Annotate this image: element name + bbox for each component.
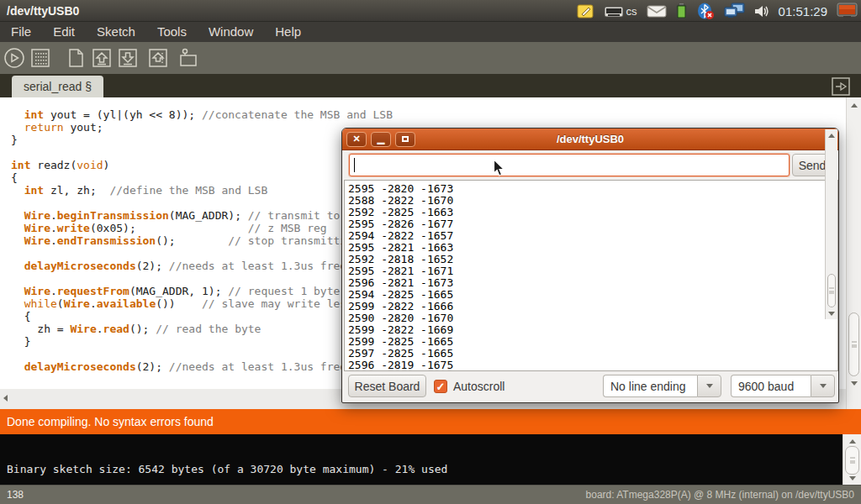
serial-data-line: 2595 -2821 -1671 [348, 265, 837, 277]
line-ending-select[interactable]: No line ending [603, 375, 721, 397]
tab-strip: serial_read § [0, 74, 861, 97]
scrollbar-thumb[interactable] [848, 312, 859, 376]
maximize-icon[interactable] [395, 132, 415, 147]
board-info: board: ATmega328P(A) @ 8 MHz (internal) … [586, 489, 854, 501]
scrollbar-thumb[interactable] [827, 274, 836, 307]
serial-monitor-controls: Reset Board ✓ Autoscroll No line ending … [342, 374, 838, 402]
upload-button[interactable] [146, 46, 170, 70]
close-icon[interactable]: ✕ [346, 132, 367, 147]
code-line: int yout = (yl|(yh << 8)); //concatenate… [11, 108, 846, 121]
tab-label: serial_read § [24, 80, 92, 93]
serial-data-line: 2596 -2821 -1673 [348, 277, 837, 289]
mouse-cursor [493, 159, 505, 177]
scroll-up-icon[interactable] [828, 134, 835, 138]
ide-status-bar: 138 board: ATmega328P(A) @ 8 MHz (intern… [0, 485, 861, 504]
serial-data-line: 2596 -2819 -1675 [348, 360, 837, 371]
tab-serial-read[interactable]: serial_read § [12, 76, 103, 97]
serial-data-line: 2592 -2825 -1663 [348, 207, 837, 218]
scroll-left-icon[interactable] [3, 395, 8, 402]
serial-data-line: 2599 -2822 -1669 [348, 324, 837, 336]
menu-help[interactable]: Help [264, 22, 312, 42]
scroll-down-icon[interactable] [828, 312, 835, 316]
mail-icon[interactable] [647, 0, 667, 22]
clock[interactable]: 01:51:29 [779, 4, 827, 18]
editor-vscrollbar[interactable] [846, 97, 861, 409]
scroll-up-icon[interactable] [851, 103, 858, 108]
keyboard-layout-icon[interactable]: cs [604, 0, 637, 22]
autoscroll-checkbox[interactable]: ✓ [434, 380, 447, 393]
compile-status-message: Done compiling. No syntax errors found [7, 415, 214, 428]
menu-file[interactable]: File [0, 22, 42, 42]
serial-data-line: 2592 -2818 -1652 [348, 254, 837, 265]
toolbar [0, 42, 861, 74]
serial-data-line: 2595 -2826 -1677 [348, 218, 837, 230]
network-icon[interactable] [724, 0, 745, 22]
serial-output-area[interactable]: 2595 -2820 -16732588 -2822 -16702592 -28… [344, 180, 838, 371]
serial-data-line: 2599 -2822 -1666 [348, 301, 837, 312]
active-window-title: /dev/ttyUSB0 [7, 4, 79, 18]
baud-rate-select[interactable]: 9600 baud [731, 375, 835, 397]
serial-vscrollbar[interactable] [825, 129, 837, 319]
text-caret [354, 158, 355, 172]
build-console: Binary sketch size: 6542 bytes (of a 307… [0, 434, 843, 485]
serial-monitor-title: /dev/ttyUSB0 [342, 133, 838, 145]
menubar: FileEditSketchToolsWindowHelp [0, 22, 861, 42]
new-button[interactable] [64, 46, 87, 70]
serial-data-line: 2597 -2825 -1665 [348, 348, 837, 360]
minimize-icon[interactable]: ▁ [371, 132, 391, 147]
scroll-down-icon[interactable] [851, 381, 858, 386]
serial-data-line: 2599 -2825 -1665 [348, 336, 837, 348]
keyboard-layout-label: cs [626, 5, 637, 18]
scrollbar-thumb[interactable] [845, 446, 859, 475]
serial-data-line: 2595 -2820 -1673 [348, 183, 837, 195]
open-button[interactable] [90, 46, 114, 70]
system-top-panel: /dev/ttyUSB0 cs 01:5 [0, 0, 861, 22]
serial-monitor-button[interactable] [177, 46, 200, 70]
serial-data-line: 2595 -2821 -1663 [348, 242, 837, 254]
session-icon[interactable] [837, 0, 858, 22]
scroll-down-icon[interactable] [849, 476, 856, 480]
note-icon[interactable] [577, 0, 594, 22]
menu-tools[interactable]: Tools [146, 22, 198, 42]
console-vscrollbar[interactable] [843, 434, 861, 485]
chevron-down-icon[interactable] [697, 375, 721, 397]
serial-send-input[interactable] [349, 154, 790, 176]
menu-edit[interactable]: Edit [42, 22, 86, 42]
menu-sketch[interactable]: Sketch [86, 22, 146, 42]
serial-data-line: 2590 -2820 -1670 [348, 312, 837, 324]
serial-data-line: 2588 -2822 -1670 [348, 195, 837, 207]
system-tray: cs 01:51:29 [577, 0, 858, 22]
autoscroll-label: Autoscroll [453, 380, 504, 393]
serial-data-line: 2594 -2822 -1657 [348, 230, 837, 242]
line-number: 138 [7, 489, 24, 501]
save-button[interactable] [116, 46, 140, 70]
battery-icon[interactable] [676, 0, 687, 22]
arduino-ide-screen: /dev/ttyUSB0 cs 01:5 [0, 0, 861, 504]
baud-rate-value: 9600 baud [731, 375, 811, 397]
serial-monitor-titlebar[interactable]: /dev/ttyUSB0 ✕ ▁ [342, 129, 838, 150]
scroll-up-icon[interactable] [849, 439, 856, 444]
bluetooth-icon[interactable] [696, 0, 715, 22]
line-ending-value: No line ending [603, 375, 697, 397]
serial-monitor-window: /dev/ttyUSB0 ✕ ▁ Send 2595 -2820 -167325… [341, 128, 839, 403]
reset-board-button[interactable]: Reset Board [348, 375, 426, 397]
tab-menu-icon[interactable] [831, 76, 851, 97]
menu-window[interactable]: Window [198, 22, 264, 42]
verify-button[interactable] [3, 46, 26, 70]
console-output: Binary sketch size: 6542 bytes (of a 307… [7, 463, 447, 475]
serial-data-line: 2594 -2825 -1665 [348, 289, 837, 301]
compile-status-bar: Done compiling. No syntax errors found [0, 409, 861, 434]
stop-button[interactable] [29, 46, 52, 70]
chevron-down-icon[interactable] [811, 375, 835, 397]
volume-icon[interactable] [754, 0, 769, 22]
